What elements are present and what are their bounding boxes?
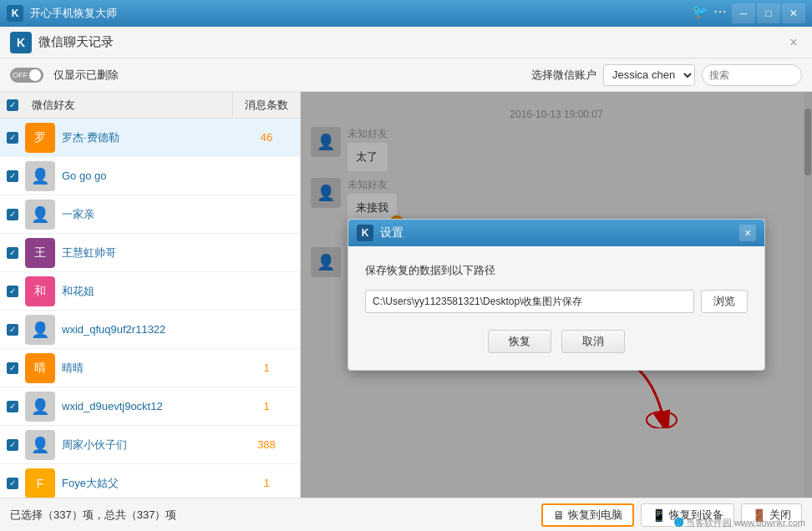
contact-row[interactable]: ✓ 王 王慧虹帅哥 bbox=[0, 234, 300, 272]
contact-name-3: 王慧虹帅哥 bbox=[62, 245, 233, 260]
check-all-checkbox[interactable]: ✓ bbox=[7, 99, 18, 111]
dialog-icon: K bbox=[357, 225, 373, 241]
contact-name-8: 周家小伙子们 bbox=[62, 437, 233, 453]
contact-count-9: 1 bbox=[233, 477, 300, 489]
checkbox-0[interactable]: ✓ bbox=[7, 132, 18, 144]
contact-row[interactable]: ✓ 罗 罗杰·费德勒 46 bbox=[0, 119, 300, 157]
left-panel: ✓ 微信好友 消息条数 ✓ 罗 罗杰·费德勒 46 ✓ bbox=[0, 92, 301, 498]
row-check-5[interactable]: ✓ bbox=[0, 324, 25, 336]
contact-row[interactable]: ✓ 👤 周家小伙子们 388 bbox=[0, 426, 300, 464]
minimize-button[interactable]: ─ bbox=[732, 3, 755, 23]
dialog-body: 保存恢复的数据到以下路径 浏览 恢复 取消 bbox=[348, 246, 764, 370]
avatar-2: 👤 bbox=[25, 200, 55, 230]
contact-name-7: wxid_d9uevtj9ockt12 bbox=[62, 400, 233, 412]
check-all-cell[interactable]: ✓ bbox=[0, 92, 25, 118]
search-input[interactable] bbox=[702, 64, 802, 86]
row-check-2[interactable]: ✓ bbox=[0, 209, 25, 220]
row-check-1[interactable]: ✓ bbox=[0, 170, 25, 182]
avatar-6: 晴 bbox=[25, 353, 55, 383]
dialog-browse-button[interactable]: 浏览 bbox=[701, 290, 748, 313]
checkbox-8[interactable]: ✓ bbox=[7, 439, 18, 451]
contact-count-0: 46 bbox=[233, 131, 300, 144]
row-check-8[interactable]: ✓ bbox=[0, 439, 25, 451]
menu-icon: ⋯ bbox=[713, 3, 727, 23]
maximize-button[interactable]: □ bbox=[757, 3, 780, 23]
contact-name-6: 晴晴 bbox=[62, 361, 233, 376]
dialog-restore-button[interactable]: 恢复 bbox=[488, 330, 551, 353]
toolbar: OFF 仅显示已删除 选择微信账户 Jessica chen bbox=[0, 58, 812, 92]
avatar-8: 👤 bbox=[25, 430, 55, 460]
toolbar-right: 选择微信账户 Jessica chen bbox=[531, 64, 802, 86]
account-select[interactable]: Jessica chen bbox=[603, 64, 695, 86]
selection-status: 已选择（337）项，总共（337）项 bbox=[10, 508, 535, 523]
device-icon: 📱 bbox=[652, 508, 666, 522]
table-header: ✓ 微信好友 消息条数 bbox=[0, 92, 300, 119]
contact-row[interactable]: ✓ F Foye大姑父 1 bbox=[0, 464, 300, 498]
checkbox-4[interactable]: ✓ bbox=[7, 286, 18, 297]
contact-row[interactable]: ✓ 和 和花姐 bbox=[0, 272, 300, 311]
contact-row[interactable]: ✓ 👤 Go go go bbox=[0, 157, 300, 195]
dialog-title-bar: K 设置 × bbox=[348, 220, 764, 246]
checkbox-2[interactable]: ✓ bbox=[7, 209, 18, 220]
sub-title: 微信聊天记录 bbox=[38, 34, 785, 50]
title-bar: K 开心手机恢复大师 🐦 ⋯ ─ □ ✕ bbox=[0, 0, 812, 27]
avatar-0: 罗 bbox=[25, 123, 55, 153]
contact-row[interactable]: ✓ 👤 wxid_d9uevtj9ockt12 1 bbox=[0, 387, 300, 426]
filter-label: 仅显示已删除 bbox=[53, 68, 119, 83]
dialog-cancel-button[interactable]: 取消 bbox=[561, 330, 625, 353]
contact-list: ✓ 罗 罗杰·费德勒 46 ✓ 👤 Go go go ✓ bbox=[0, 119, 300, 498]
dialog-title: 设置 bbox=[380, 225, 739, 240]
contact-row[interactable]: ✓ 👤 一家亲 bbox=[0, 195, 300, 234]
checkbox-5[interactable]: ✓ bbox=[7, 324, 18, 336]
contact-name-9: Foye大姑父 bbox=[62, 476, 233, 491]
dialog-path-input[interactable] bbox=[365, 290, 694, 313]
toggle-knob bbox=[29, 69, 41, 81]
contact-name-5: wxid_qfuq9uf2r11322 bbox=[62, 323, 233, 336]
checkbox-9[interactable]: ✓ bbox=[7, 478, 18, 489]
watermark: 🅓 当客软件园 www.downkr.com bbox=[674, 517, 805, 529]
contact-name-1: Go go go bbox=[62, 169, 233, 182]
contact-name-4: 和花姐 bbox=[62, 284, 233, 299]
deleted-toggle[interactable]: OFF bbox=[10, 68, 43, 83]
close-window-button[interactable]: ✕ bbox=[782, 3, 805, 23]
app-icon: K bbox=[7, 5, 23, 22]
sub-title-bar: K 微信聊天记录 × bbox=[0, 27, 812, 58]
dialog-close-button[interactable]: × bbox=[739, 225, 756, 241]
avatar-9: F bbox=[25, 468, 55, 498]
dialog-path-row: 浏览 bbox=[365, 290, 748, 313]
app-title: 开心手机恢复大师 bbox=[30, 6, 692, 21]
avatar-7: 👤 bbox=[25, 392, 55, 422]
settings-dialog-overlay: K 设置 × 保存恢复的数据到以下路径 浏览 恢复 取消 bbox=[301, 92, 812, 498]
checkbox-6[interactable]: ✓ bbox=[7, 362, 18, 374]
row-check-4[interactable]: ✓ bbox=[0, 286, 25, 297]
checkbox-7[interactable]: ✓ bbox=[7, 401, 18, 412]
row-check-0[interactable]: ✓ bbox=[0, 132, 25, 144]
main-content: ✓ 微信好友 消息条数 ✓ 罗 罗杰·费德勒 46 ✓ bbox=[0, 92, 812, 498]
checkbox-1[interactable]: ✓ bbox=[7, 170, 18, 182]
window-controls: 🐦 ⋯ ─ □ ✕ bbox=[692, 3, 805, 23]
restore-pc-button[interactable]: 🖥 恢复到电脑 bbox=[541, 503, 634, 527]
contact-row[interactable]: ✓ 晴 晴晴 1 bbox=[0, 349, 300, 387]
avatar-1: 👤 bbox=[25, 161, 55, 191]
row-check-9[interactable]: ✓ bbox=[0, 478, 25, 489]
col-count-header: 消息条数 bbox=[233, 92, 300, 118]
contact-row[interactable]: ✓ 👤 wxid_qfuq9uf2r11322 bbox=[0, 311, 300, 349]
avatar-5: 👤 bbox=[25, 315, 55, 345]
avatar-4: 和 bbox=[25, 276, 55, 306]
checkbox-3[interactable]: ✓ bbox=[7, 247, 18, 259]
account-label: 选择微信账户 bbox=[531, 68, 596, 83]
contact-count-6: 1 bbox=[233, 362, 300, 374]
contact-name-2: 一家亲 bbox=[62, 207, 233, 222]
toggle-label: OFF bbox=[13, 71, 28, 79]
row-check-3[interactable]: ✓ bbox=[0, 247, 25, 259]
sub-close-button[interactable]: × bbox=[785, 34, 802, 51]
contact-count-7: 1 bbox=[233, 400, 300, 412]
computer-icon: 🖥 bbox=[553, 508, 565, 522]
row-check-7[interactable]: ✓ bbox=[0, 401, 25, 412]
social-icon: 🐦 bbox=[692, 3, 708, 23]
right-panel: 2016-10-13 19:00:07 👤 未知好友 太了 👤 未知好友 来接我… bbox=[301, 92, 812, 498]
settings-dialog: K 设置 × 保存恢复的数据到以下路径 浏览 恢复 取消 bbox=[348, 219, 765, 371]
avatar-3: 王 bbox=[25, 238, 55, 268]
contact-count-8: 388 bbox=[233, 438, 300, 451]
row-check-6[interactable]: ✓ bbox=[0, 362, 25, 374]
